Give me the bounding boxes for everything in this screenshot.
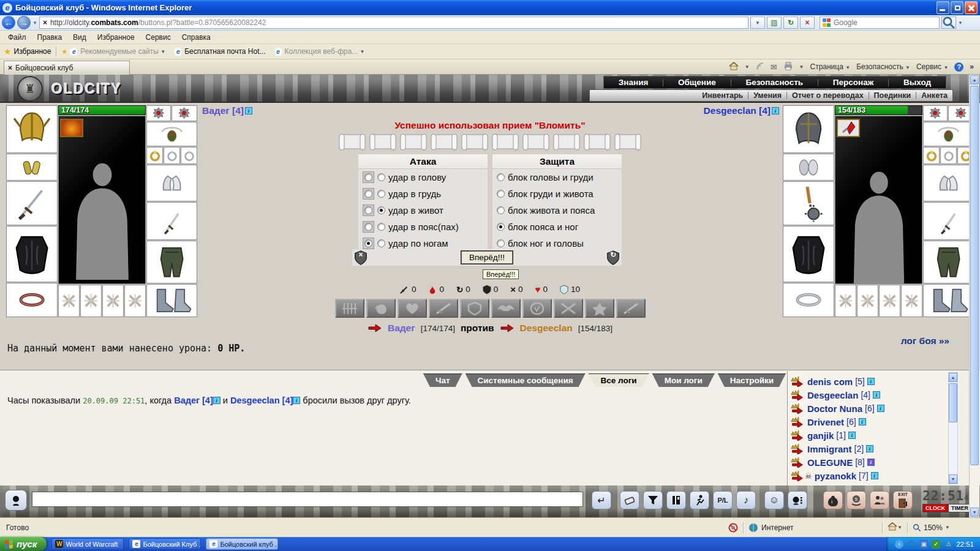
chat-player-link[interactable]: Desgeeclan [4] <box>230 395 293 405</box>
money-info-button[interactable] <box>823 491 843 509</box>
page-scroll-thumb[interactable] <box>970 86 979 465</box>
forward-button[interactable]: Вперёд!!! <box>461 251 513 264</box>
search-magnifier-icon[interactable] <box>941 17 956 29</box>
player-info-icon[interactable]: i <box>873 391 880 399</box>
defense-radio[interactable] <box>497 223 505 231</box>
challenge-arrow-icon[interactable] <box>790 430 805 441</box>
search-input[interactable] <box>834 18 925 27</box>
menu-edit[interactable]: Правка <box>32 32 68 43</box>
tools-menu[interactable]: Сервис ▼ <box>916 62 948 71</box>
attack-secondary-radio[interactable] <box>377 173 385 181</box>
taskbar-item-wow[interactable]: WWorld of Warcraft <box>51 538 124 550</box>
nav-communication[interactable]: Общение <box>678 78 716 87</box>
player-info-icon[interactable]: i <box>859 418 866 425</box>
nav-profile[interactable]: Анкета <box>921 91 948 100</box>
friends-button[interactable] <box>870 491 889 509</box>
chat-player-link[interactable]: Вадег [4] <box>174 395 213 405</box>
tray-chevron-icon[interactable]: ‹ <box>895 540 903 549</box>
ability-beast-icon[interactable] <box>522 299 552 318</box>
combat-scroll-slot[interactable] <box>368 132 398 152</box>
right-effect-icon[interactable] <box>837 119 860 137</box>
player-name-link[interactable]: pyzanokk <box>815 471 856 481</box>
challenge-arrow-icon[interactable] <box>790 444 805 454</box>
slot-gem-1[interactable] <box>146 105 171 121</box>
slot-gem-1[interactable] <box>923 105 948 121</box>
battle-log-link[interactable]: лог боя »» <box>845 335 949 347</box>
player-info-icon[interactable]: i <box>293 397 300 404</box>
nav-knowledge[interactable]: Знания <box>619 78 648 87</box>
browser-tab[interactable]: × Бойцовский клуб <box>4 61 130 75</box>
right-player-name[interactable]: Desgeeclan [4]i <box>612 105 779 116</box>
favorites-label[interactable]: Избранное <box>14 47 51 56</box>
slot-armor[interactable] <box>6 226 58 282</box>
surrender-shield-icon[interactable]: × <box>353 250 368 266</box>
player-name-link[interactable]: Doctor Nuna <box>807 403 862 414</box>
nav-duels[interactable]: Поединки <box>874 91 911 100</box>
page-menu[interactable]: Страница ▼ <box>810 62 850 71</box>
attack-primary-radio[interactable] <box>363 188 374 200</box>
slot-pants[interactable] <box>923 241 974 283</box>
search-box[interactable] <box>820 17 940 29</box>
private-message-button[interactable] <box>5 490 27 511</box>
slot-pants[interactable] <box>146 241 197 283</box>
tab-my-logs[interactable]: Мои логи <box>652 373 715 387</box>
player-name-link[interactable]: Drivenet <box>807 417 844 427</box>
protected-mode-dropdown[interactable]: ▼ <box>897 525 902 530</box>
rss-icon[interactable] <box>756 62 764 72</box>
attack-primary-radio[interactable] <box>363 171 374 183</box>
smiley-button[interactable]: ☺ <box>764 491 784 509</box>
home-icon[interactable] <box>729 62 739 72</box>
clear-chat-button[interactable] <box>620 491 639 509</box>
defense-radio[interactable] <box>497 206 505 214</box>
slot-second-weapon[interactable] <box>923 202 974 240</box>
nav-security[interactable]: Безопасность <box>745 78 803 87</box>
combat-scroll-slot[interactable] <box>613 132 643 152</box>
challenge-arrow-icon[interactable] <box>790 377 805 387</box>
challenge-arrow-icon[interactable] <box>790 417 805 427</box>
favorites-star-icon[interactable]: ★ <box>4 47 12 56</box>
online-list-scrollbar[interactable]: ▲ ▼ <box>948 372 958 484</box>
tray-warning-icon[interactable]: ⚠ <box>944 540 952 549</box>
ability-star-icon[interactable] <box>585 299 614 318</box>
nav-exit[interactable]: Выход <box>903 78 931 87</box>
attack-primary-radio[interactable] <box>363 204 374 216</box>
player-name-link[interactable]: denis com <box>807 377 853 387</box>
tray-network-icon[interactable]: ▣ <box>919 540 928 549</box>
slot-bracers[interactable] <box>783 154 834 181</box>
combat-scroll-slot[interactable] <box>399 132 428 152</box>
attack-primary-radio[interactable] <box>363 238 374 249</box>
safety-menu[interactable]: Безопасность ▼ <box>856 62 910 71</box>
player-info-icon[interactable]: i <box>848 432 856 439</box>
private-public-toggle[interactable]: P/L <box>713 491 733 509</box>
player-info-icon[interactable]: i <box>867 459 875 466</box>
ability-wings-icon[interactable] <box>491 299 521 318</box>
slot-gauntlets[interactable] <box>146 165 197 201</box>
combat-scroll-slot[interactable] <box>582 132 612 152</box>
page-scroll-up[interactable]: ▲ <box>970 75 979 84</box>
combat-scroll-slot[interactable] <box>521 132 551 152</box>
left-effect-icon[interactable] <box>60 119 83 137</box>
player-info-icon[interactable]: i <box>867 378 875 385</box>
menu-favorites[interactable]: Избранное <box>92 32 140 43</box>
challenge-arrow-icon[interactable] <box>790 471 805 481</box>
page-scrollbar[interactable]: ▲ ▼ <box>969 75 979 517</box>
versus-right-name[interactable]: Desgeeclan <box>520 323 573 334</box>
tab-chat[interactable]: Чат <box>423 373 462 387</box>
slot-gauntlets[interactable] <box>923 165 974 201</box>
contacts-button[interactable] <box>788 491 807 509</box>
player-name-link[interactable]: Immigrant <box>807 444 852 454</box>
defense-radio[interactable] <box>497 190 505 198</box>
nav-inventory[interactable]: Инвентарь <box>702 91 743 100</box>
slot-gem-2[interactable] <box>172 105 197 121</box>
favorite-web-slices[interactable]: eКоллекция веб-фра... ▼ <box>274 47 365 56</box>
ability-fist-icon[interactable] <box>366 299 396 318</box>
right-player-info-icon[interactable]: i <box>772 107 779 114</box>
slot-armor[interactable] <box>783 226 834 282</box>
timer-label[interactable]: TIMER <box>948 504 971 512</box>
favorite-suggested-sites[interactable]: ★eРекомендуемые сайты ▼ <box>61 47 165 56</box>
forward-button[interactable]: → <box>17 16 31 29</box>
protected-mode-icon[interactable] <box>888 522 897 533</box>
defense-radio[interactable] <box>497 173 505 181</box>
attack-secondary-radio[interactable] <box>377 206 385 214</box>
combat-scroll-slot[interactable] <box>460 132 489 152</box>
